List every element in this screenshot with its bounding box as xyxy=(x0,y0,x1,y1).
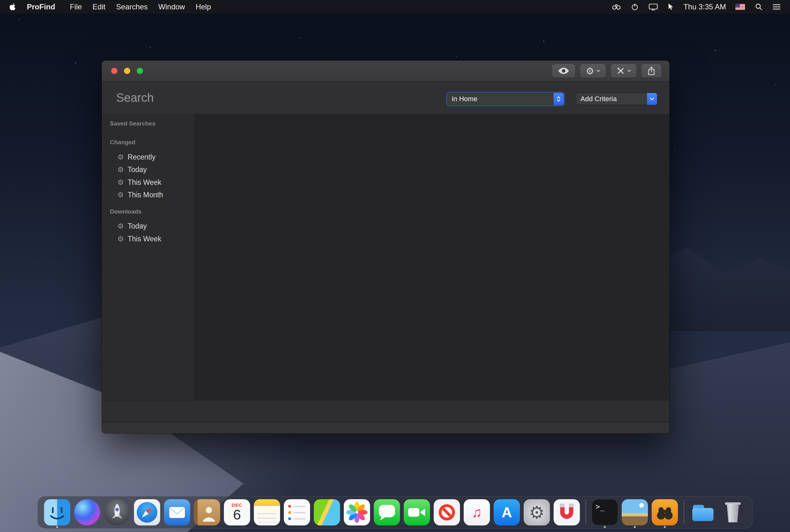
running-indicator xyxy=(604,526,606,528)
zoom-button[interactable] xyxy=(137,68,143,74)
scope-dropdown[interactable]: in Home xyxy=(448,93,564,105)
dock-icon-launchpad[interactable] xyxy=(104,499,130,526)
results-area xyxy=(195,114,670,401)
siri-orb-icon xyxy=(74,499,100,526)
power-status-icon[interactable] xyxy=(626,0,643,14)
saved-search-label: This Week xyxy=(128,178,162,187)
spotlight-search-icon[interactable] xyxy=(750,0,768,14)
dock-icon-app-store[interactable]: A xyxy=(494,499,520,526)
gear-icon: ⚙ xyxy=(117,223,124,230)
dock-icon-facetime[interactable] xyxy=(404,499,430,526)
magnet-icon xyxy=(553,499,580,526)
flower-icon xyxy=(344,499,370,526)
map-icon xyxy=(314,499,340,526)
saved-search-today[interactable]: ⚙ Today xyxy=(117,165,147,174)
menu-item-searches[interactable]: Searches xyxy=(111,2,153,11)
tools-menu-button[interactable] xyxy=(611,64,636,78)
chevron-down-icon xyxy=(647,93,657,105)
search-header: Search in Home Add Criteria xyxy=(102,81,670,114)
apple-menu-icon[interactable] xyxy=(10,3,16,11)
notes-header-strip xyxy=(254,499,280,506)
dock-icon-finder[interactable] xyxy=(44,499,70,526)
saved-search-downloads-today[interactable]: ⚙ Today xyxy=(117,221,147,231)
status-bar xyxy=(102,422,670,433)
add-criteria-dropdown[interactable]: Add Criteria xyxy=(576,93,657,105)
gear-icon: ⚙ xyxy=(117,235,124,243)
display-status-icon[interactable] xyxy=(643,0,663,14)
menu-item-edit[interactable]: Edit xyxy=(87,2,111,11)
dock-icon-notes[interactable] xyxy=(254,499,280,526)
running-indicator xyxy=(56,526,58,528)
dock-icon-profind[interactable] xyxy=(652,499,678,526)
envelope-icon xyxy=(164,499,190,526)
section-header-downloads: Downloads xyxy=(110,208,142,215)
menu-item-window[interactable]: Window xyxy=(153,2,190,11)
dock-icon-contacts[interactable] xyxy=(194,499,220,526)
gear-icon: ⚙ xyxy=(586,65,594,76)
speech-bubble-icon xyxy=(374,499,400,526)
notification-center-icon[interactable] xyxy=(768,0,786,14)
saved-search-downloads-this-week[interactable]: ⚙ This Week xyxy=(117,234,162,244)
close-button[interactable] xyxy=(111,68,117,74)
person-silhouette-icon xyxy=(194,499,220,526)
dock-icon-safari[interactable] xyxy=(134,499,160,526)
menu-app-name[interactable]: ProFind xyxy=(23,2,59,11)
gear-icon: ⚙ xyxy=(117,166,124,173)
dock-icon-preview[interactable] xyxy=(622,499,648,526)
dock-separator xyxy=(683,500,684,525)
share-button[interactable] xyxy=(641,64,661,78)
dock-separator xyxy=(585,500,586,525)
menu-bar: ProFind File Edit Searches Window Help T… xyxy=(0,0,790,14)
cursor-status-icon[interactable] xyxy=(663,0,679,14)
saved-search-this-week[interactable]: ⚙ This Week xyxy=(117,177,162,187)
dock-icon-reminders[interactable] xyxy=(284,499,310,526)
binoculars-icon xyxy=(652,499,678,526)
saved-search-label: This Week xyxy=(128,235,162,243)
saved-search-label: Today xyxy=(128,166,147,174)
chevron-down-icon xyxy=(597,70,600,72)
popup-stepper-icon xyxy=(553,93,564,105)
section-header-changed: Changed xyxy=(110,139,135,146)
gear-icon: ⚙ xyxy=(117,191,124,198)
search-field[interactable]: Search xyxy=(116,91,154,104)
minimize-button[interactable] xyxy=(124,68,130,74)
saved-search-this-month[interactable]: ⚙ This Month xyxy=(117,190,163,200)
dock-icon-magnet[interactable] xyxy=(553,499,580,526)
dock-icon-calendar[interactable]: DEC 6 xyxy=(224,499,250,526)
appstore-letter: A xyxy=(502,504,512,521)
saved-search-label: This Month xyxy=(128,191,163,199)
dock-icon-maps[interactable] xyxy=(314,499,340,526)
running-indicator xyxy=(634,526,636,528)
saved-searches-sidebar: Saved Searches Changed ⚙ Recently ⚙ Toda… xyxy=(102,114,195,401)
scope-dropdown-value: in Home xyxy=(448,95,553,103)
landscape-photo-icon xyxy=(622,499,648,526)
menu-item-help[interactable]: Help xyxy=(190,2,216,11)
profind-window: ⚙ Search in Home Add Criteria xyxy=(102,61,670,433)
dock-icon-mail[interactable] xyxy=(164,499,190,526)
stars xyxy=(19,19,20,20)
preview-toggle-button[interactable] xyxy=(552,64,575,78)
finder-face-icon xyxy=(44,499,70,526)
window-titlebar[interactable]: ⚙ xyxy=(102,61,670,81)
menu-clock[interactable]: Thu 3:35 AM xyxy=(679,2,730,11)
dock-icon-terminal[interactable]: >_ xyxy=(592,499,618,526)
dock-icon-system-preferences[interactable]: ⚙ xyxy=(524,499,550,526)
notes-lines xyxy=(258,510,276,522)
input-source-flag-icon[interactable] xyxy=(730,0,750,14)
dock-icon-messages[interactable] xyxy=(374,499,400,526)
action-menu-button[interactable]: ⚙ xyxy=(580,64,606,78)
terminal-prompt: >_ xyxy=(596,502,604,511)
dock-icon-blocked-app[interactable] xyxy=(434,499,460,526)
binoculars-status-icon[interactable] xyxy=(607,0,626,14)
menu-item-file[interactable]: File xyxy=(64,2,88,11)
dock: DEC 6 xyxy=(37,496,753,529)
dock-icon-music[interactable]: ♫ xyxy=(464,499,490,526)
dock-icon-photos[interactable] xyxy=(344,499,370,526)
add-criteria-label: Add Criteria xyxy=(576,95,647,103)
dock-icon-trash[interactable] xyxy=(720,499,746,526)
chevron-down-icon xyxy=(627,70,631,72)
calendar-day: 6 xyxy=(224,507,250,523)
dock-icon-siri[interactable] xyxy=(74,499,100,526)
saved-search-recently[interactable]: ⚙ Recently xyxy=(117,152,155,162)
dock-icon-downloads-folder[interactable] xyxy=(690,499,716,526)
